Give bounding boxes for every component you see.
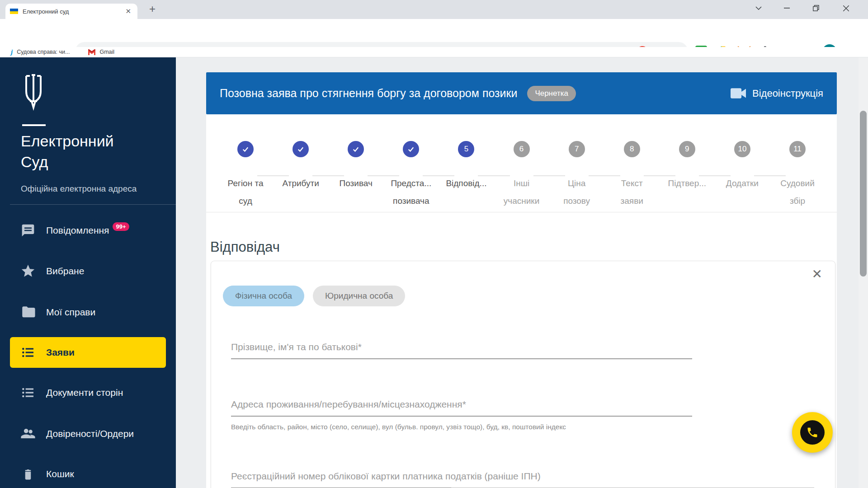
trash-icon [20,467,36,481]
tab-title: Електронний суд [23,8,123,15]
phone-icon [800,420,825,445]
ukraine-flag-favicon [10,9,18,14]
step-check-icon [403,141,419,157]
step-claim-text[interactable]: 8 Текстзаяви [604,141,660,212]
video-instruction-link[interactable]: Відеоінструкція [731,88,823,99]
step-plaintiff[interactable]: Позивач [328,141,383,212]
step-number: 11 [789,141,806,157]
sidebar-item-favorites[interactable]: Вибране [0,254,176,288]
bookmark-j-favicon: j [11,48,13,56]
new-tab-button[interactable]: + [146,3,159,16]
tax-number-label: Реєстраційний номер облікової картки пла… [231,471,692,482]
browser-tab[interactable]: Електронний суд ✕ [5,4,137,19]
video-instruction-label: Відеоінструкція [752,88,823,99]
bookmark-label: Gmail [99,49,114,55]
sidebar-item-label: Документи сторін [46,387,123,398]
claim-header: Позовна заява про стягнення боргу за дог… [206,72,837,114]
step-number: 7 [569,141,585,157]
address-label: Адреса проживання/перебування/місцезнахо… [231,399,692,410]
main-content: Позовна заява про стягнення боргу за дог… [176,57,868,488]
tab-natural-person[interactable]: Фізична особа [223,286,304,306]
address-field[interactable]: Адреса проживання/перебування/місцезнахо… [231,399,692,431]
full-name-label: Прізвище, ім'я та по батькові* [231,342,692,352]
step-check-icon [237,141,254,157]
minimize-button[interactable] [776,0,797,16]
full-name-field[interactable]: Прізвище, ім'я та по батькові* [231,342,692,359]
browser-toolbar: ← → ⟳ cabinet.court.gov.ua/claims/f0c183… [0,19,868,47]
tax-number-field[interactable]: Реєстраційний номер облікової картки пла… [231,471,692,488]
people-icon [20,426,36,441]
sidebar-item-label: Довіреності/Ордери [46,428,134,439]
list-icon [20,345,36,360]
claim-body-panel: Регіон тасуд Атрибути Позивач Предста...… [206,114,837,488]
step-attachments[interactable]: 10 Додатки [715,141,770,212]
star-icon [20,263,36,279]
address-hint: Введіть область, район, місто (село, сел… [231,423,692,431]
tab-legal-entity[interactable]: Юридична особа [313,286,405,306]
bookmark-label: Судова справа: чи... [17,49,70,55]
sidebar-item-claims[interactable]: Заяви [10,337,166,368]
person-type-tabs: Фізична особа Юридична особа [223,286,405,306]
sidebar-item-party-documents[interactable]: Документи сторін [0,376,176,409]
app-title: ЕлектроннийСуд [21,131,114,172]
card-close-icon[interactable]: ✕ [812,267,822,282]
step-region-court[interactable]: Регіон тасуд [218,141,273,212]
sidebar-item-label: Повідомлення [46,225,109,236]
step-claim-price[interactable]: 7 Цінапозову [549,141,604,212]
window-titlebar: Електронний суд ✕ + [0,0,868,19]
sidebar-item-label: Мої справи [46,307,95,318]
input-underline [231,358,692,359]
input-underline [231,416,692,417]
step-check-icon [348,141,364,157]
step-number: 10 [734,141,750,157]
defendant-card: ✕ Фізична особа Юридична особа Прізвище,… [211,261,835,488]
step-other-participants[interactable]: 6 Іншіучасники [494,141,549,212]
unread-count-badge: 99+ [113,222,129,231]
window-close-button[interactable] [835,0,856,16]
sidebar-item-powers-of-attorney[interactable]: Довіреності/Ордери [0,417,176,450]
tryzub-trident-logo [20,73,47,114]
tab-close-icon[interactable]: ✕ [123,7,133,15]
bookmarks-bar: j Судова справа: чи... Gmail [0,47,868,57]
step-defendant[interactable]: 5 Відповід... [439,141,494,212]
page-scrollbar-thumb[interactable] [860,111,867,277]
phone-support-button[interactable] [792,412,833,453]
sidebar-divider [10,204,176,205]
step-number: 6 [514,141,530,157]
bookmark-gmail[interactable]: Gmail [88,49,114,55]
step-attributes[interactable]: Атрибути [273,141,328,212]
section-title-defendant: Відповідач [210,239,280,255]
step-number: 8 [624,141,640,157]
chat-message-icon [20,223,36,238]
draft-status-badge: Чернетка [527,86,576,101]
logo-divider-dash [22,124,46,126]
app-subtitle: Офіційна електронна адреса [21,184,137,194]
videocam-icon [731,88,746,99]
sidebar-item-label: Заяви [46,347,75,358]
list-icon [20,385,36,400]
step-court-fee[interactable]: 11 Судовийзбір [770,141,825,212]
sidebar: ЕлектроннийСуд Офіційна електронна адрес… [0,57,176,488]
gmail-icon [88,49,96,55]
step-plaintiff-representative[interactable]: Предста...позивача [383,141,439,212]
step-number: 5 [458,141,474,157]
restore-button[interactable] [806,0,826,16]
sidebar-item-label: Кошик [46,469,74,479]
claim-title: Позовна заява про стягнення боргу за дог… [220,87,517,100]
sidebar-item-messages[interactable]: Повідомлення 99+ [0,214,176,247]
sidebar-item-label: Вибране [46,266,84,277]
wizard-stepper: Регіон тасуд Атрибути Позивач Предста...… [206,114,837,212]
step-number: 9 [679,141,695,157]
tab-search-chevron-icon[interactable] [748,0,769,16]
sidebar-item-my-cases[interactable]: Мої справи [0,296,176,329]
step-check-icon [292,141,309,157]
step-confirmation[interactable]: 9 Підтвер... [660,141,715,212]
sidebar-item-trash[interactable]: Кошик [0,457,176,488]
folder-icon [20,305,36,320]
bookmark-court-case[interactable]: j Судова справа: чи... [11,48,70,56]
